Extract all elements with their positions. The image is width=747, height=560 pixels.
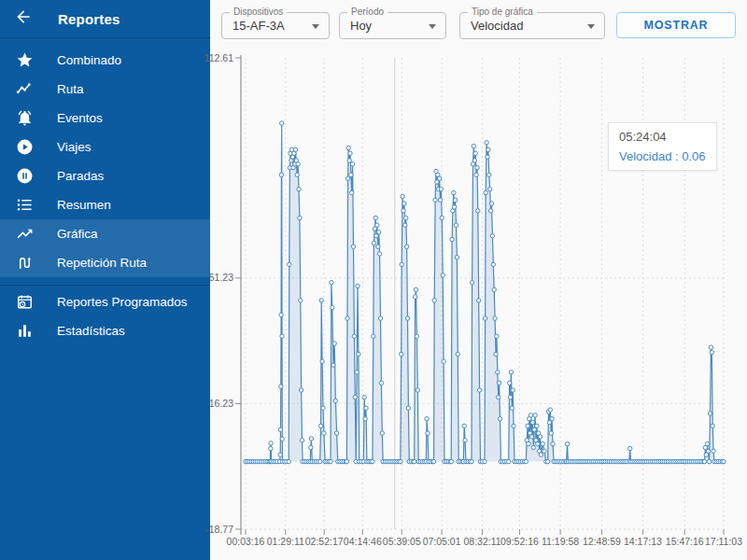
- x-tick-label: 04:14:46: [344, 536, 382, 547]
- period-select[interactable]: Período Hoy: [339, 12, 446, 39]
- x-tick-label: 02:52:17: [305, 536, 344, 547]
- chart-tooltip: 05:24:04 Velocidad : 0.06: [608, 122, 717, 171]
- arrow-left-icon: [14, 7, 33, 30]
- back-button[interactable]: [12, 7, 35, 30]
- sidebar-item-paradas[interactable]: Paradas: [0, 161, 210, 190]
- y-tick-label: 112.61: [204, 52, 233, 63]
- tooltip-value: Velocidad : 0.06: [619, 149, 706, 163]
- x-tick-label: 09:52:16: [500, 536, 539, 547]
- tooltip-time: 05:24:04: [619, 130, 706, 144]
- sidebar-item-label: Viajes: [57, 140, 92, 154]
- x-tick-label: 17:11:03: [705, 536, 742, 547]
- x-tick-label: 08:32:11: [463, 536, 500, 547]
- period-select-label: Período: [347, 7, 388, 17]
- y-tick-label: 51.23: [209, 272, 233, 283]
- main-area: Dispositivos 15-AF-3A Período Hoy Tipo d…: [210, 0, 747, 560]
- device-select-label: Dispositivos: [230, 7, 287, 17]
- calendar-clock-icon: [15, 293, 34, 312]
- sidebar-item-repeticion-ruta[interactable]: Repetición Ruta: [0, 248, 210, 277]
- y-tick-label: -18.77: [205, 524, 233, 535]
- x-tick-label: 01:29:11: [267, 536, 304, 547]
- x-tick-label: 05:39:05: [383, 536, 421, 547]
- page-title: Reportes: [58, 11, 120, 27]
- chart-type-select[interactable]: Tipo de gráfica Velocidad: [459, 12, 605, 39]
- trending-up-icon: [15, 225, 34, 244]
- bar-chart-icon: [15, 322, 34, 341]
- x-tick-label: 07:05:01: [423, 536, 461, 547]
- sidebar-item-label: Repetición Ruta: [57, 256, 147, 270]
- sidebar: Reportes CombinadoRutaEventosViajesParad…: [0, 0, 210, 560]
- sidebar-item-viajes[interactable]: Viajes: [0, 133, 210, 161]
- sidebar-item-label: Gráfica: [57, 227, 98, 241]
- sidebar-item-eventos[interactable]: Eventos: [0, 104, 210, 133]
- sidebar-item-combinado[interactable]: Combinado: [0, 46, 210, 75]
- x-tick-label: 11:19:58: [542, 536, 579, 547]
- star-icon: [15, 51, 34, 70]
- sidebar-item-grafica[interactable]: Gráfica: [0, 219, 210, 248]
- show-button[interactable]: MOSTRAR: [616, 12, 736, 38]
- list-icon: [15, 196, 34, 215]
- sidebar-item-ruta[interactable]: Ruta: [0, 75, 210, 104]
- sidebar-item-estadisticas[interactable]: Estadísticas: [0, 316, 210, 345]
- x-tick-label: 14:17:13: [624, 536, 662, 547]
- chevron-down-icon: [312, 24, 319, 29]
- y-tick-label: 16.23: [209, 398, 233, 409]
- bell-icon: [15, 109, 34, 128]
- chevron-down-icon: [429, 24, 436, 29]
- pause-circle-icon: [15, 167, 34, 186]
- sidebar-item-label: Combinado: [57, 53, 121, 67]
- x-tick-label: 15:47:16: [666, 536, 704, 547]
- x-tick-label: 00:03:16: [227, 536, 265, 547]
- chart-type-select-value: Velocidad: [460, 13, 604, 38]
- series-line: [246, 123, 724, 462]
- sidebar-item-label: Eventos: [57, 111, 103, 125]
- sidebar-header: Reportes: [0, 0, 210, 38]
- x-tick-label: 12:48:59: [583, 536, 621, 547]
- chart-type-select-label: Tipo de gráfica: [468, 7, 537, 17]
- play-circle-icon: [15, 138, 34, 157]
- reports-app: Reportes CombinadoRutaEventosViajesParad…: [0, 0, 747, 560]
- sidebar-menu: CombinadoRutaEventosViajesParadasResumen…: [0, 38, 210, 345]
- sidebar-item-resumen[interactable]: Resumen: [0, 190, 210, 219]
- timeline-icon: [15, 80, 34, 99]
- sidebar-item-reportes-programados[interactable]: Reportes Programados: [0, 287, 210, 316]
- sidebar-item-label: Ruta: [57, 82, 84, 96]
- sidebar-item-label: Reportes Programados: [57, 295, 188, 309]
- menu-divider: [0, 285, 210, 286]
- sidebar-item-label: Resumen: [57, 198, 111, 212]
- sidebar-item-label: Estadísticas: [57, 324, 125, 338]
- device-select[interactable]: Dispositivos 15-AF-3A: [221, 12, 330, 39]
- route-icon: [15, 254, 34, 273]
- chevron-down-icon: [587, 24, 595, 29]
- sidebar-item-label: Paradas: [57, 169, 104, 183]
